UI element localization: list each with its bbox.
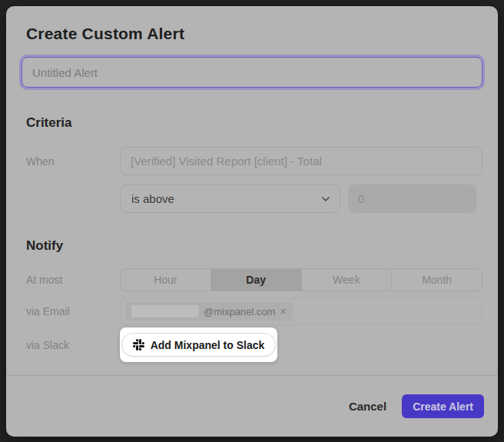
- via-slack-row: via Slack Add Mixpanel to Slack: [22, 327, 482, 362]
- via-email-label: via Email: [22, 305, 120, 317]
- email-chip-domain: @mixpanel.com: [204, 306, 275, 317]
- slack-button-label: Add Mixpanel to Slack: [151, 339, 265, 351]
- notify-heading: Notify: [26, 238, 482, 254]
- when-row: When: [22, 147, 482, 175]
- create-alert-button[interactable]: Create Alert: [402, 394, 484, 418]
- at-most-label: At most: [22, 274, 120, 286]
- email-recipients-input[interactable]: @mixpanel.com ×: [120, 297, 482, 325]
- email-chip: @mixpanel.com ×: [125, 302, 293, 321]
- when-label: When: [22, 155, 120, 168]
- frequency-row: At most Hour Day Week Month: [22, 268, 482, 291]
- dialog-title: Create Custom Alert: [26, 25, 482, 43]
- add-mixpanel-to-slack-button[interactable]: Add Mixpanel to Slack: [121, 333, 277, 357]
- cancel-button[interactable]: Cancel: [347, 395, 388, 417]
- comparator-value: is above: [131, 192, 174, 205]
- slack-icon: [133, 339, 144, 351]
- comparator-dropdown[interactable]: is above: [120, 184, 340, 213]
- comparator-row: is above: [22, 184, 482, 213]
- event-input[interactable]: [120, 147, 482, 175]
- create-custom-alert-dialog: Create Custom Alert Criteria When is abo…: [6, 6, 498, 437]
- chevron-down-icon: [321, 194, 330, 204]
- frequency-option-hour[interactable]: Hour: [121, 269, 211, 291]
- dialog-footer: Cancel Create Alert: [6, 375, 498, 437]
- frequency-segmented-control: Hour Day Week Month: [120, 268, 482, 291]
- slack-button-spotlight: Add Mixpanel to Slack: [120, 327, 277, 362]
- alert-name-input[interactable]: [22, 57, 482, 88]
- frequency-option-month[interactable]: Month: [392, 269, 482, 291]
- via-email-row: via Email @mixpanel.com ×: [22, 297, 482, 325]
- frequency-option-day[interactable]: Day: [211, 269, 302, 291]
- criteria-heading: Criteria: [26, 115, 482, 131]
- threshold-input[interactable]: [348, 184, 476, 213]
- close-icon[interactable]: ×: [280, 306, 286, 317]
- frequency-option-week[interactable]: Week: [302, 269, 393, 291]
- redacted-email-name: [131, 305, 199, 317]
- via-slack-label: via Slack: [22, 339, 120, 351]
